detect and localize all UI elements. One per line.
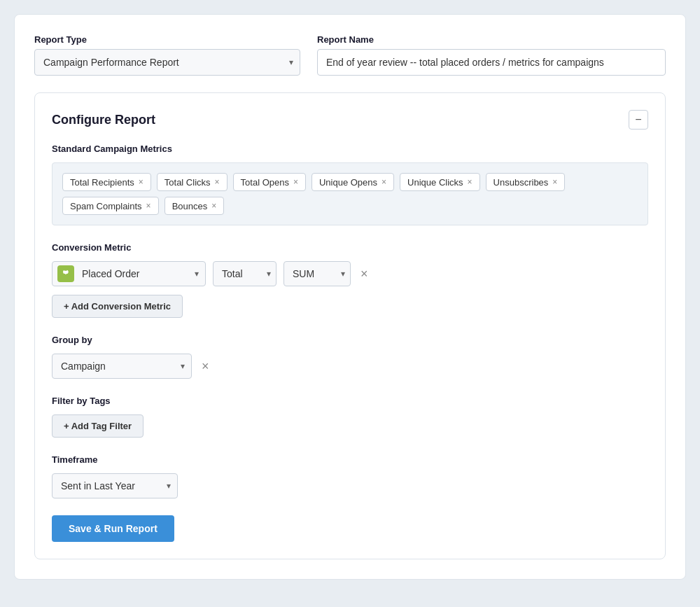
conversion-metric-row: Placed Order Viewed Product Added to Car… bbox=[52, 261, 648, 286]
metrics-area: Total Recipients × Total Clicks × Total … bbox=[52, 162, 648, 225]
report-type-field: Report Type Campaign Performance Report … bbox=[34, 34, 300, 76]
remove-spam-complaints-icon[interactable]: × bbox=[146, 202, 151, 210]
timeframe-select-wrapper: Sent in Last Year Sent in Last 30 Days S… bbox=[52, 473, 178, 498]
metric-tag-label: Total Clicks bbox=[164, 177, 211, 188]
save-run-button[interactable]: Save & Run Report bbox=[52, 515, 174, 542]
metric-tag-unique-clicks: Unique Clicks × bbox=[400, 173, 480, 191]
function-select-wrapper: SUM AVG COUNT ▾ bbox=[284, 261, 351, 286]
metric-tag-unique-opens: Unique Opens × bbox=[312, 173, 394, 191]
standard-metrics-section: Standard Campaign Metrics Total Recipien… bbox=[52, 144, 648, 225]
add-conversion-metric-button[interactable]: + Add Conversion Metric bbox=[52, 295, 183, 318]
placed-order-select[interactable]: Placed Order Viewed Product Added to Car… bbox=[52, 261, 206, 286]
metric-tag-label: Spam Complaints bbox=[70, 201, 142, 211]
remove-unique-opens-icon[interactable]: × bbox=[382, 178, 386, 186]
configure-header: Configure Report − bbox=[52, 110, 648, 130]
remove-total-recipients-icon[interactable]: × bbox=[139, 178, 144, 186]
filter-tags-section: Filter by Tags + Add Tag Filter bbox=[52, 396, 648, 438]
placed-order-select-wrapper: Placed Order Viewed Product Added to Car… bbox=[52, 261, 206, 286]
report-name-label: Report Name bbox=[317, 34, 666, 45]
metric-tag-label: Total Recipients bbox=[70, 177, 134, 188]
standard-metrics-label: Standard Campaign Metrics bbox=[52, 144, 648, 154]
metric-tag-bounces: Bounces × bbox=[164, 197, 225, 215]
metric-tag-label: Unique Clicks bbox=[407, 177, 463, 188]
report-name-field: Report Name bbox=[317, 34, 666, 76]
group-by-select-wrapper: Campaign Tag Date ▾ bbox=[52, 354, 192, 379]
remove-total-clicks-icon[interactable]: × bbox=[215, 178, 220, 186]
collapse-button[interactable]: − bbox=[629, 110, 648, 130]
group-by-row: Campaign Tag Date ▾ × bbox=[52, 354, 648, 379]
metric-tag-unsubscribes: Unsubscribes × bbox=[486, 173, 566, 191]
top-row: Report Type Campaign Performance Report … bbox=[34, 34, 666, 76]
page-container: Report Type Campaign Performance Report … bbox=[14, 14, 686, 580]
report-name-input[interactable] bbox=[317, 49, 666, 76]
aggregate-select-wrapper: Total Unique ▾ bbox=[213, 261, 276, 286]
metric-tag-spam-complaints: Spam Complaints × bbox=[62, 197, 159, 215]
shopify-icon bbox=[57, 265, 74, 282]
metric-tag-total-clicks: Total Clicks × bbox=[157, 173, 227, 191]
conversion-metric-section: Conversion Metric Placed Order Viewed Pr… bbox=[52, 242, 648, 318]
configure-title: Configure Report bbox=[52, 113, 155, 127]
report-type-select-wrapper: Campaign Performance Report Contact Perf… bbox=[34, 49, 300, 76]
report-type-label: Report Type bbox=[34, 34, 300, 45]
metric-tag-label: Unique Opens bbox=[319, 177, 377, 188]
metric-tag-total-opens: Total Opens × bbox=[233, 173, 306, 191]
remove-unsubscribes-icon[interactable]: × bbox=[552, 178, 557, 186]
function-select[interactable]: SUM AVG COUNT bbox=[284, 261, 351, 286]
metric-tag-label: Bounces bbox=[172, 201, 208, 211]
configure-panel: Configure Report − Standard Campaign Met… bbox=[34, 92, 666, 559]
metric-tag-label: Unsubscribes bbox=[493, 177, 549, 188]
aggregate-select[interactable]: Total Unique bbox=[213, 261, 276, 286]
remove-unique-clicks-icon[interactable]: × bbox=[468, 178, 472, 186]
group-by-label: Group by bbox=[52, 335, 648, 345]
timeframe-section: Timeframe Sent in Last Year Sent in Last… bbox=[52, 454, 648, 498]
add-tag-filter-button[interactable]: + Add Tag Filter bbox=[52, 414, 144, 438]
group-by-select[interactable]: Campaign Tag Date bbox=[52, 354, 192, 379]
remove-group-by-button[interactable]: × bbox=[199, 357, 212, 375]
metric-tag-label: Total Opens bbox=[241, 177, 289, 188]
conversion-metric-label: Conversion Metric bbox=[52, 242, 648, 253]
timeframe-label: Timeframe bbox=[52, 454, 648, 465]
remove-conversion-metric-button[interactable]: × bbox=[358, 265, 371, 283]
remove-total-opens-icon[interactable]: × bbox=[293, 178, 298, 186]
report-type-select[interactable]: Campaign Performance Report Contact Perf… bbox=[34, 49, 300, 76]
group-by-section: Group by Campaign Tag Date ▾ × bbox=[52, 335, 648, 379]
metric-tag-total-recipients: Total Recipients × bbox=[62, 173, 151, 191]
filter-tags-label: Filter by Tags bbox=[52, 396, 648, 406]
remove-bounces-icon[interactable]: × bbox=[211, 202, 216, 210]
timeframe-select[interactable]: Sent in Last Year Sent in Last 30 Days S… bbox=[52, 473, 178, 498]
